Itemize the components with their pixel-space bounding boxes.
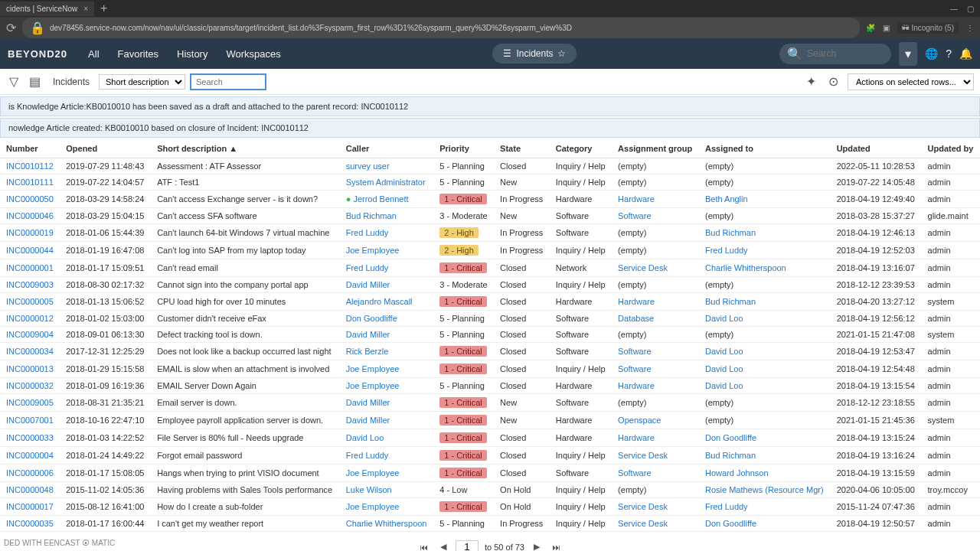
caller-cell[interactable]: survey user: [340, 158, 434, 174]
assigned-cell[interactable]: (empty): [699, 327, 831, 343]
table-row[interactable]: INC00000502018-03-29 14:58:24Can't acces…: [0, 191, 980, 208]
caller-cell[interactable]: Fred Luddy: [340, 447, 434, 465]
nav-context-pill[interactable]: ☰ Incidents ☆: [492, 44, 577, 64]
table-row[interactable]: INC00000462018-03-29 15:04:15Can't acces…: [0, 208, 980, 224]
incident-number-link[interactable]: INC0000012: [6, 314, 54, 323]
assigned-cell[interactable]: David Loo: [699, 360, 831, 378]
incognito-badge[interactable]: 🕶 Incognito (5): [897, 22, 959, 34]
page-input[interactable]: [456, 540, 479, 551]
group-cell[interactable]: Software: [612, 208, 699, 224]
actions-select[interactable]: Actions on selected rows...: [848, 73, 974, 90]
table-row[interactable]: INC00000122018-01-02 15:03:00Customer di…: [0, 311, 980, 327]
group-cell[interactable]: (empty): [612, 394, 699, 412]
settings-icon[interactable]: ⊙: [825, 71, 841, 92]
group-cell[interactable]: Service Desk: [612, 259, 699, 277]
caller-cell[interactable]: David Miller: [340, 277, 434, 293]
incident-number-link[interactable]: INC0007001: [6, 416, 54, 425]
next-page-button[interactable]: ▶: [531, 540, 543, 551]
table-row[interactable]: INC00000442018-01-19 16:47:08Can't log i…: [0, 242, 980, 259]
table-row[interactable]: INC00000012018-01-17 15:09:51Can't read …: [0, 259, 980, 277]
assigned-cell[interactable]: (empty): [699, 394, 831, 412]
list-search-input[interactable]: [190, 73, 266, 90]
personalize-icon[interactable]: ✦: [803, 71, 819, 92]
global-search[interactable]: 🔍: [779, 44, 891, 64]
incident-number-link[interactable]: INC0000044: [6, 246, 54, 255]
group-cell[interactable]: Openspace: [612, 412, 699, 429]
table-row[interactable]: INC00090052018-08-31 21:35:21Email serve…: [0, 394, 980, 412]
reload-icon[interactable]: ⟳: [6, 21, 16, 35]
column-header[interactable]: Category: [550, 139, 612, 158]
incident-number-link[interactable]: INC0000019: [6, 228, 54, 237]
group-cell[interactable]: Software: [612, 465, 699, 482]
caller-cell[interactable]: Bud Richman: [340, 208, 434, 224]
assigned-cell[interactable]: Don Goodliffe: [699, 516, 831, 532]
assigned-cell[interactable]: Bud Richman: [699, 293, 831, 311]
caller-cell[interactable]: Alejandro Mascall: [340, 293, 434, 311]
prev-page-button[interactable]: ◀: [437, 540, 449, 551]
menu-icon[interactable]: ⋮: [966, 24, 974, 32]
incident-number-link[interactable]: INC0000035: [6, 519, 54, 528]
search-input[interactable]: [807, 48, 884, 59]
assigned-cell[interactable]: Fred Luddy: [699, 242, 831, 259]
table-row[interactable]: INC00000052018-01-13 15:06:52CPU load hi…: [0, 293, 980, 311]
caller-cell[interactable]: Joe Employee: [340, 242, 434, 259]
globe-icon[interactable]: 🌐: [925, 47, 938, 60]
assigned-cell[interactable]: (empty): [699, 158, 831, 174]
group-cell[interactable]: Hardware: [612, 293, 699, 311]
incident-number-link[interactable]: INC0000034: [6, 347, 54, 356]
assigned-cell[interactable]: (empty): [699, 277, 831, 293]
table-row[interactable]: INC00000482015-11-02 14:05:36Having prob…: [0, 482, 980, 498]
assigned-cell[interactable]: (empty): [699, 412, 831, 429]
assigned-cell[interactable]: Bud Richman: [699, 447, 831, 465]
assigned-cell[interactable]: Bud Richman: [699, 224, 831, 242]
assigned-cell[interactable]: David Loo: [699, 343, 831, 360]
table-row[interactable]: INC00000172015-08-12 16:41:00How do I cr…: [0, 498, 980, 516]
nav-favorites[interactable]: Favorites: [109, 48, 168, 60]
caller-cell[interactable]: Joe Employee: [340, 378, 434, 394]
column-header[interactable]: State: [494, 139, 550, 158]
new-tab-button[interactable]: +: [94, 2, 113, 15]
incident-number-link[interactable]: INC0000046: [6, 211, 54, 220]
group-cell[interactable]: (empty): [612, 482, 699, 498]
caller-cell[interactable]: David Miller: [340, 327, 434, 343]
group-cell[interactable]: Software: [612, 343, 699, 360]
table-row[interactable]: INC00101122019-07-29 11:48:43Assessment …: [0, 158, 980, 174]
table-row[interactable]: INC00000132018-01-29 15:15:58EMAIL is sl…: [0, 360, 980, 378]
column-header[interactable]: Priority: [433, 139, 494, 158]
caller-cell[interactable]: Joe Employee: [340, 465, 434, 482]
caller-cell[interactable]: Charlie Whitherspoon: [340, 516, 434, 532]
table-row[interactable]: INC00000332018-01-03 14:22:52File Server…: [0, 429, 980, 447]
search-expand-button[interactable]: ▾: [899, 42, 917, 66]
url-field[interactable]: 🔒 dev78456.service-now.com/now/nav/ui/cl…: [22, 18, 860, 38]
table-row[interactable]: INC00000322018-01-09 16:19:36EMAIL Serve…: [0, 378, 980, 394]
caller-cell[interactable]: Rick Berzle: [340, 343, 434, 360]
assigned-cell[interactable]: Fred Luddy: [699, 498, 831, 516]
incident-number-link[interactable]: INC0010111: [6, 178, 54, 187]
column-header[interactable]: Number: [0, 139, 60, 158]
notifications-icon[interactable]: 🔔: [959, 47, 972, 60]
table-row[interactable]: INC00000192018-01-06 15:44:39Can't launc…: [0, 224, 980, 242]
incident-number-link[interactable]: INC0010112: [6, 161, 54, 171]
assigned-cell[interactable]: Charlie Whitherspoon: [699, 259, 831, 277]
table-row[interactable]: INC00000352018-01-17 16:00:44I can't get…: [0, 516, 980, 532]
column-header[interactable]: Updated by: [922, 139, 980, 158]
incident-number-link[interactable]: INC0009004: [6, 330, 54, 339]
incident-number-link[interactable]: INC0000050: [6, 194, 54, 204]
caller-cell[interactable]: Fred Luddy: [340, 224, 434, 242]
incident-number-link[interactable]: INC0000048: [6, 485, 54, 494]
table-row[interactable]: INC00101112019-07-22 14:04:57ATF : Test1…: [0, 174, 980, 191]
star-icon[interactable]: ☆: [557, 48, 566, 59]
group-cell[interactable]: Hardware: [612, 378, 699, 394]
group-cell[interactable]: Service Desk: [612, 447, 699, 465]
column-header[interactable]: Assigned to: [699, 139, 831, 158]
nav-history[interactable]: History: [168, 48, 217, 60]
nav-workspaces[interactable]: Workspaces: [217, 48, 289, 60]
column-header[interactable]: Updated: [831, 139, 922, 158]
caller-cell[interactable]: Luke Wilson: [340, 482, 434, 498]
extensions-icon[interactable]: 🧩: [866, 24, 875, 32]
column-header[interactable]: Opened: [60, 139, 151, 158]
group-cell[interactable]: Hardware: [612, 191, 699, 208]
incident-number-link[interactable]: INC0000013: [6, 364, 54, 373]
caller-cell[interactable]: Don Goodliffe: [340, 311, 434, 327]
caller-cell[interactable]: Joe Employee: [340, 360, 434, 378]
